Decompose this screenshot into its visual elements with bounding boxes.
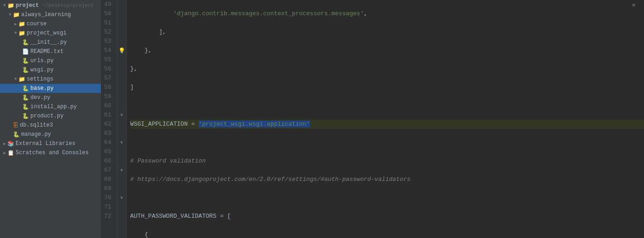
sidebar-item-urls-py[interactable]: 🐍 urls.py bbox=[0, 56, 101, 65]
install-app-py-label: install_app.py bbox=[30, 104, 77, 110]
manage-py-icon: 🐍 bbox=[13, 131, 20, 138]
code-line-55: WSGI_APPLICATION = 'project_wsgi.wsgi.ap… bbox=[130, 120, 644, 129]
urls-py-label: urls.py bbox=[30, 58, 53, 64]
line-num-66: 66 bbox=[104, 157, 115, 166]
dev-py-icon: 🐍 bbox=[22, 94, 29, 101]
gutter-64: ▼ bbox=[117, 138, 126, 147]
sidebar-item-course[interactable]: ▶ 📁 course bbox=[0, 19, 101, 29]
scratches-label: Scratches and Consoles bbox=[16, 150, 88, 156]
always-learning-label: always_learning bbox=[21, 12, 71, 18]
line-num-65: 65 bbox=[104, 147, 115, 157]
code-line-61: { bbox=[130, 230, 644, 238]
line-num-58: 58 bbox=[104, 83, 115, 92]
line-num-59: 59 bbox=[104, 92, 115, 101]
line-num-63: 63 bbox=[104, 129, 115, 138]
line-num-56: 56 bbox=[104, 64, 115, 74]
editor-content: 49 50 51 52 53 54 55 56 57 58 59 60 61 6… bbox=[101, 0, 644, 238]
lightbulb-icon[interactable]: 💡 bbox=[118, 47, 125, 54]
settings-label: settings bbox=[27, 76, 53, 82]
fold-arrow-67[interactable]: ▼ bbox=[120, 168, 123, 173]
code-line-50: ], bbox=[130, 28, 644, 37]
gutter-55 bbox=[117, 55, 126, 64]
course-folder-icon: 📁 bbox=[18, 21, 25, 28]
code-line-59 bbox=[130, 193, 644, 203]
gutter-71 bbox=[117, 203, 126, 212]
gutter-53 bbox=[117, 37, 126, 46]
sidebar-item-external-libraries[interactable]: ▶ 📚 External Libraries bbox=[0, 139, 101, 148]
sidebar-item-init-py[interactable]: 🐍 __init__.py bbox=[0, 38, 101, 47]
fold-arrow-61[interactable]: ▼ bbox=[120, 113, 123, 118]
sidebar: ▼ 📁 project ~/Desktop/project ▼ 📁 always… bbox=[0, 0, 101, 238]
settings-folder-icon: 📁 bbox=[18, 76, 25, 83]
urls-py-icon: 🐍 bbox=[22, 58, 29, 64]
product-py-label: product.py bbox=[30, 113, 64, 119]
gutter-61: ▼ bbox=[117, 110, 126, 120]
line-num-67: 67 bbox=[104, 166, 115, 175]
gutter-63 bbox=[117, 129, 126, 138]
gutter-58 bbox=[117, 83, 126, 92]
sidebar-item-project-wsgi[interactable]: ▼ 📁 project_wsgi bbox=[0, 29, 101, 38]
code-line-56 bbox=[130, 138, 644, 147]
sidebar-item-scratches[interactable]: ▶ 📋 Scratches and Consoles bbox=[0, 148, 101, 157]
gutter-59 bbox=[117, 92, 126, 101]
line-num-61: 61 bbox=[104, 110, 115, 120]
close-button[interactable]: ✕ bbox=[632, 1, 636, 9]
sidebar-item-install-app-py[interactable]: 🐍 install_app.py bbox=[0, 102, 101, 111]
gutter-66 bbox=[117, 157, 126, 166]
code-editor[interactable]: 'django.contrib.messages.context_process… bbox=[127, 0, 644, 238]
sidebar-item-settings[interactable]: ▼ 📁 settings bbox=[0, 75, 101, 84]
base-py-icon: 🐍 bbox=[22, 85, 29, 92]
gutter-67: ▼ bbox=[117, 166, 126, 175]
line-num-62: 62 bbox=[104, 120, 115, 129]
sidebar-item-dev-py[interactable]: 🐍 dev.py bbox=[0, 93, 101, 102]
sidebar-item-product-py[interactable]: 🐍 product.py bbox=[0, 111, 101, 121]
line-num-72: 72 bbox=[104, 212, 115, 221]
expand-arrow-project: ▼ bbox=[2, 3, 7, 8]
base-py-label: base.py bbox=[30, 85, 53, 92]
always-learning-folder-icon: 📁 bbox=[13, 12, 20, 18]
gutter-column: 💡 ▼ ▼ ▼ ▼ bbox=[117, 0, 127, 238]
readme-label: README.txt bbox=[30, 48, 64, 55]
line-num-68: 68 bbox=[104, 175, 115, 184]
code-line-49: 'django.contrib.messages.context_process… bbox=[130, 9, 644, 18]
wsgi-py-label: wsgi.py bbox=[30, 67, 53, 73]
course-label: course bbox=[27, 21, 47, 27]
sidebar-item-wsgi-py[interactable]: 🐍 wsgi.py bbox=[0, 65, 101, 75]
editor: ✕ 49 50 51 52 53 54 55 56 57 58 59 60 61… bbox=[101, 0, 644, 238]
fold-arrow-70[interactable]: ▼ bbox=[120, 196, 123, 201]
gutter-50 bbox=[117, 9, 126, 18]
gutter-70: ▼ bbox=[117, 193, 126, 203]
init-py-icon: 🐍 bbox=[22, 39, 29, 46]
line-num-69: 69 bbox=[104, 184, 115, 193]
expand-arrow-course: ▶ bbox=[13, 21, 18, 27]
sidebar-item-always-learning[interactable]: ▼ 📁 always_learning bbox=[0, 10, 101, 19]
fold-arrow-64[interactable]: ▼ bbox=[120, 140, 123, 145]
gutter-49 bbox=[117, 0, 126, 9]
db-sqlite3-label: db.sqlite3 bbox=[20, 122, 53, 128]
expand-arrow-ext-libs: ▶ bbox=[2, 141, 7, 146]
line-numbers: 49 50 51 52 53 54 55 56 57 58 59 60 61 6… bbox=[101, 0, 117, 238]
line-num-60: 60 bbox=[104, 101, 115, 110]
project-label: project ~/Desktop/project bbox=[16, 2, 94, 9]
ext-libs-icon: 📚 bbox=[7, 140, 14, 147]
dev-py-label: dev.py bbox=[30, 94, 50, 101]
expand-arrow-settings: ▼ bbox=[13, 76, 18, 82]
init-py-label: __init__.py bbox=[30, 39, 67, 46]
gutter-56 bbox=[117, 64, 126, 74]
db-icon: 🗄 bbox=[13, 122, 18, 129]
expand-arrow-wsgi: ▼ bbox=[13, 30, 18, 36]
code-line-54 bbox=[130, 101, 644, 110]
sidebar-item-db-sqlite3[interactable]: 🗄 db.sqlite3 bbox=[0, 121, 101, 130]
gutter-54: 💡 bbox=[117, 46, 126, 55]
sidebar-item-base-py[interactable]: 🐍 base.py bbox=[0, 84, 101, 93]
sidebar-item-manage-py[interactable]: 🐍 manage.py bbox=[0, 130, 101, 139]
gutter-72 bbox=[117, 212, 126, 221]
code-line-51: }, bbox=[130, 46, 644, 55]
line-num-53: 53 bbox=[104, 37, 115, 46]
line-num-51: 51 bbox=[104, 18, 115, 28]
product-py-icon: 🐍 bbox=[22, 113, 29, 120]
sidebar-item-project[interactable]: ▼ 📁 project ~/Desktop/project bbox=[0, 1, 101, 10]
sidebar-item-readme[interactable]: 📄 README.txt bbox=[0, 47, 101, 56]
line-num-57: 57 bbox=[104, 74, 115, 83]
gutter-62 bbox=[117, 120, 126, 129]
